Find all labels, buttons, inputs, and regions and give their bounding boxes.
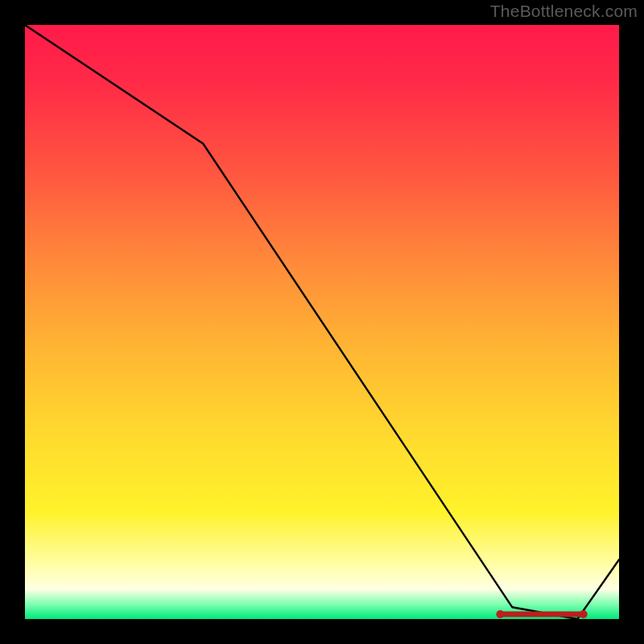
attribution-text: TheBottleneck.com [490,2,638,21]
chart-container: TheBottleneck.com [0,0,644,644]
bottleneck-line [25,25,619,619]
chart-overlay [25,25,619,619]
optimal-range-marker [496,610,587,618]
optimal-range-left-nub [496,610,504,618]
optimal-range-right-nub [580,610,588,618]
